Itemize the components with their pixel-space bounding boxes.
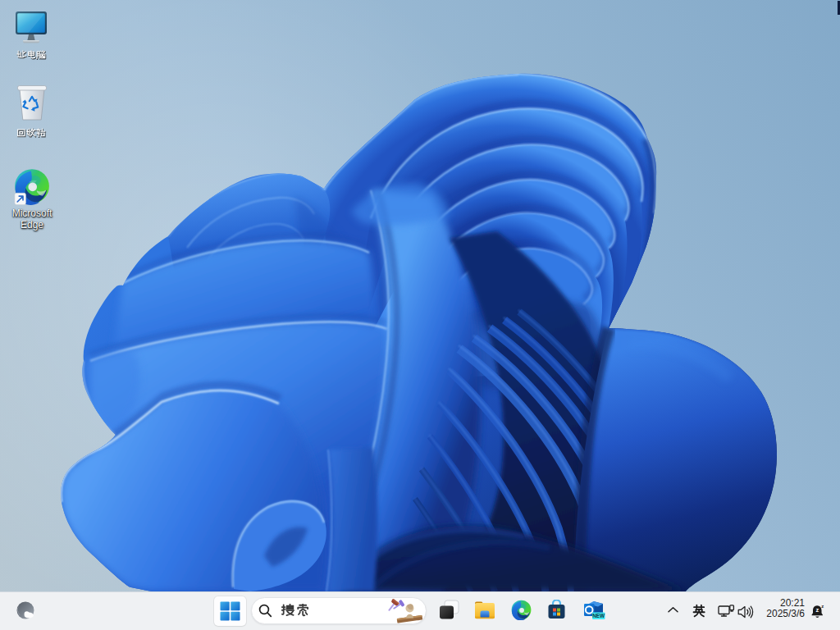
- svg-text:z: z: [821, 604, 824, 609]
- svg-text:z: z: [815, 606, 819, 614]
- svg-text:NEW: NEW: [592, 613, 605, 619]
